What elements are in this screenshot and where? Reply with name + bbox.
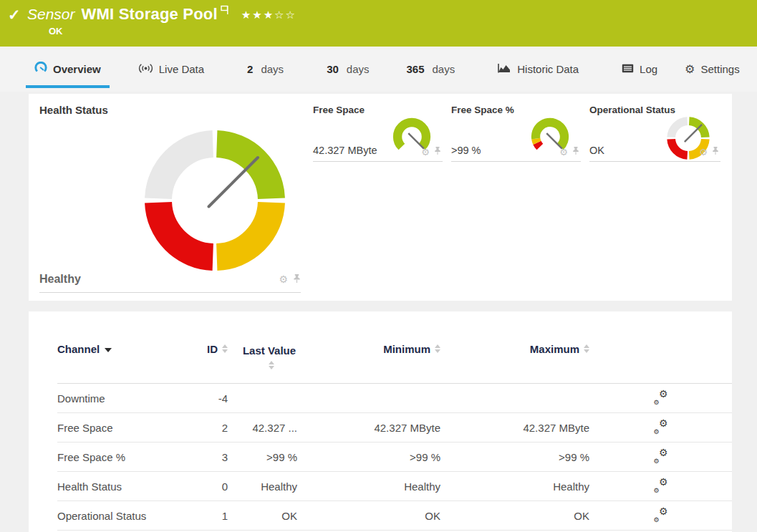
channel-name: Free Space xyxy=(57,413,186,442)
channel-id: 3 xyxy=(186,442,228,472)
log-list-icon xyxy=(622,63,634,75)
tab-live-data[interactable]: Live Data xyxy=(130,47,213,92)
channels-table: Channel ID Last Value Minimum Maximum xyxy=(57,343,732,531)
tab-log[interactable]: Log xyxy=(613,47,666,92)
panel-gear-icon[interactable]: ⚙ xyxy=(699,147,708,158)
health-status-value: Healthy xyxy=(39,273,81,286)
channel-minimum: >99 % xyxy=(297,442,440,472)
channel-minimum: 42.327 MByte xyxy=(297,413,440,442)
free-space-pct-value: >99 % xyxy=(451,145,481,156)
panel-gear-icon[interactable]: ⚙ xyxy=(559,147,568,158)
table-row-operational-status: Operational Status 1 OK OK OK ⚙⚙ xyxy=(57,501,732,531)
sort-icon xyxy=(584,344,589,353)
table-row-free-space: Free Space 2 42.327 ... 42.327 MByte 42.… xyxy=(57,413,732,442)
health-panel-title: Health Status xyxy=(39,104,108,116)
object-kind-label: Sensor xyxy=(27,6,75,23)
gear-icon: ⚙ xyxy=(685,62,695,76)
free-space-panel: Free Space 42.327 MByte ⚙ xyxy=(313,102,443,162)
health-status-panel: Health Status Healthy ⚙ xyxy=(29,94,312,301)
tab-settings[interactable]: ⚙ Settings xyxy=(676,47,748,92)
channel-settings-icon[interactable]: ⚙⚙ xyxy=(654,390,668,405)
tab-historic-data[interactable]: Historic Data xyxy=(489,47,587,92)
gauge-icon xyxy=(34,62,47,77)
pin-icon[interactable] xyxy=(572,146,579,158)
col-header-minimum[interactable]: Minimum xyxy=(297,343,440,384)
sort-icon xyxy=(222,344,228,353)
page-title: WMI Storage Pool xyxy=(82,5,218,24)
sort-desc-icon xyxy=(105,348,112,352)
channel-maximum xyxy=(440,384,589,413)
channel-name: Operational Status xyxy=(57,501,186,531)
gauge-needle xyxy=(209,158,259,207)
channel-name: Free Space % xyxy=(57,442,186,472)
channel-id: 1 xyxy=(186,501,228,531)
mini-gauges-row: Free Space 42.327 MByte ⚙ Free Space % xyxy=(313,102,720,162)
table-row-health-status: Health Status 0 Healthy Healthy Healthy … xyxy=(57,472,732,501)
tab-bar: Overview Live Data 2 days 30 days 365 da… xyxy=(0,47,757,92)
tab-2-days[interactable]: 2 days xyxy=(238,47,292,92)
operational-status-panel: Operational Status OK ⚙ xyxy=(589,102,720,162)
tab-overview[interactable]: Overview xyxy=(26,47,110,92)
col-header-actions xyxy=(589,343,732,384)
channel-settings-icon[interactable]: ⚙⚙ xyxy=(654,508,668,522)
channel-name: Downtime xyxy=(57,384,186,413)
pin-icon[interactable] xyxy=(712,146,719,158)
panel-gear-icon[interactable]: ⚙ xyxy=(279,274,288,285)
channel-minimum xyxy=(297,384,440,413)
channel-settings-icon[interactable]: ⚙⚙ xyxy=(654,478,668,493)
tab-365-days[interactable]: 365 days xyxy=(398,47,464,92)
sensor-header: ✓ Sensor WMI Storage Pool ★★★☆☆ OK xyxy=(0,0,757,47)
channel-name: Health Status xyxy=(57,472,186,501)
col-header-id[interactable]: ID xyxy=(186,343,228,384)
status-badge: OK xyxy=(49,26,757,37)
channel-last-value: 42.327 ... xyxy=(228,413,297,442)
col-header-channel[interactable]: Channel xyxy=(57,343,186,384)
channel-id: 0 xyxy=(186,472,228,501)
gauges-card: Health Status Healthy ⚙ Free Spa xyxy=(29,94,732,301)
channel-id: 2 xyxy=(186,413,228,442)
sort-icon xyxy=(269,361,274,369)
health-status-gauge xyxy=(143,129,286,272)
free-space-pct-panel: Free Space % >99 % ⚙ xyxy=(451,102,581,162)
channels-card: Channel ID Last Value Minimum Maximum xyxy=(29,311,732,532)
flag-icon[interactable] xyxy=(221,5,230,18)
channel-last-value: Healthy xyxy=(228,472,297,501)
channel-maximum: OK xyxy=(440,501,589,531)
live-signal-icon xyxy=(138,63,153,76)
priority-stars[interactable]: ★★★☆☆ xyxy=(241,9,296,21)
sort-icon xyxy=(435,344,440,353)
col-header-last-value[interactable]: Last Value xyxy=(228,343,297,384)
table-row-downtime: Downtime -4 ⚙⚙ xyxy=(57,384,732,413)
channel-last-value: OK xyxy=(228,501,297,531)
channel-maximum: 42.327 MByte xyxy=(440,413,589,442)
gauge-needle xyxy=(685,125,702,142)
tab-30-days[interactable]: 30 days xyxy=(318,47,377,92)
channel-minimum: OK xyxy=(297,501,440,531)
table-row-free-space-pct: Free Space % 3 >99 % >99 % >99 % ⚙⚙ xyxy=(57,442,732,472)
channel-settings-icon[interactable]: ⚙⚙ xyxy=(654,449,668,463)
area-chart-icon xyxy=(498,63,511,76)
channel-id: -4 xyxy=(186,384,228,413)
channel-minimum: Healthy xyxy=(297,472,440,501)
channel-maximum: >99 % xyxy=(440,442,589,472)
channel-last-value xyxy=(228,384,297,413)
channel-settings-icon[interactable]: ⚙⚙ xyxy=(654,420,668,434)
pin-icon[interactable] xyxy=(293,274,301,286)
status-check-icon: ✓ xyxy=(8,6,21,24)
channel-maximum: Healthy xyxy=(440,472,589,501)
col-header-maximum[interactable]: Maximum xyxy=(440,343,589,384)
pin-icon[interactable] xyxy=(434,146,441,158)
free-space-value: 42.327 MByte xyxy=(313,145,377,156)
panel-gear-icon[interactable]: ⚙ xyxy=(421,147,430,158)
channel-last-value: >99 % xyxy=(228,442,297,472)
operational-status-value: OK xyxy=(589,145,604,156)
